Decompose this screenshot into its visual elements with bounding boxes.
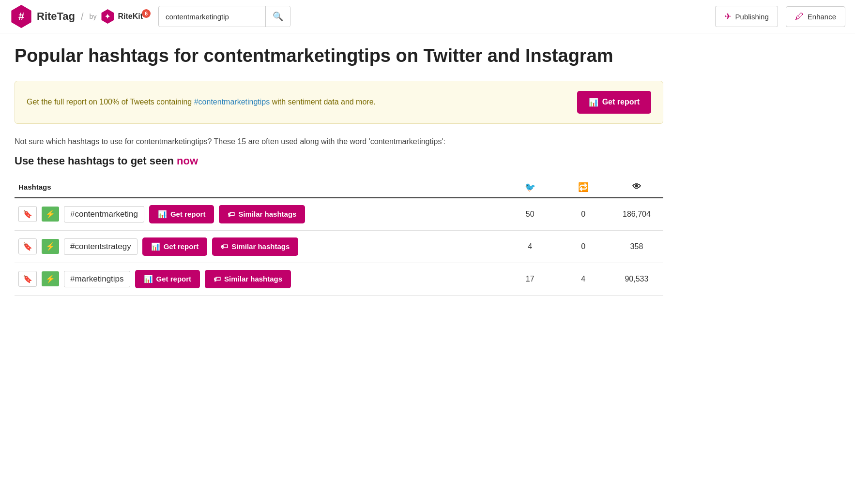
similar-hashtags-button-0[interactable]: 🏷 Similar hashtags	[219, 205, 305, 223]
enhance-label: Enhance	[808, 13, 836, 21]
hashtag-cell-2: 🔖 ⚡ #marketingtips 📊 Get report 🏷 Simila…	[15, 263, 504, 295]
description-text: Not sure which hashtags to use for conte…	[15, 137, 663, 146]
search-input[interactable]	[159, 8, 265, 26]
get-report-button-2[interactable]: 📊 Get report	[135, 270, 200, 288]
notification-badge: 6	[142, 9, 151, 18]
ritekit-area: ✦ RiteKit 6	[100, 9, 151, 24]
ritetag-logo-icon: #	[10, 5, 33, 28]
hashtag-name-2: #marketingtips	[64, 271, 130, 287]
bookmark-button-2[interactable]: 🔖	[18, 271, 37, 287]
get-report-label-2: Get report	[156, 275, 192, 283]
ritekit-name: RiteKit	[118, 12, 143, 21]
get-report-label-0: Get report	[170, 210, 206, 218]
similar-hashtags-label-2: Similar hashtags	[224, 275, 282, 283]
twitter-stat-1: 4	[504, 230, 557, 263]
table-header-row: Hashtags 🐦 🔁 👁	[15, 177, 663, 198]
banner-text-after: with sentiment data and more.	[270, 98, 376, 106]
hashtag-table: Hashtags 🐦 🔁 👁 🔖 ⚡ #contentmarketing	[15, 177, 663, 296]
banner-text: Get the full report on 100% of Tweets co…	[27, 98, 376, 106]
col-header-hashtags: Hashtags	[15, 177, 504, 198]
banner-hashtag-link[interactable]: #contentmarketingtips	[194, 98, 270, 106]
by-label: by	[90, 13, 97, 20]
hashtag-cell-0: 🔖 ⚡ #contentmarketing 📊 Get report 🏷 Sim…	[15, 198, 504, 231]
similar-hashtags-label-1: Similar hashtags	[231, 242, 290, 251]
bookmark-button-0[interactable]: 🔖	[18, 206, 37, 222]
tag-badge-0: ⚡	[42, 207, 59, 222]
header: # RiteTag / by ✦ RiteKit 6 🔍 ✈ Publishin…	[0, 0, 855, 33]
twitter-stat-2: 17	[504, 263, 557, 295]
retweet-stat-2: 4	[557, 263, 610, 295]
col-header-twitter: 🐦	[504, 177, 557, 198]
enhance-button[interactable]: 🖊 Enhance	[786, 6, 845, 27]
enhance-icon: 🖊	[795, 12, 804, 22]
tag-badge-1: ⚡	[42, 239, 59, 254]
get-report-button-0[interactable]: 📊 Get report	[149, 205, 214, 223]
chart-icon: 📊	[589, 98, 598, 107]
banner-text-before: Get the full report on 100% of Tweets co…	[27, 98, 194, 106]
similar-hashtags-button-2[interactable]: 🏷 Similar hashtags	[205, 270, 291, 288]
logo-area: # RiteTag / by ✦ RiteKit 6	[10, 5, 151, 28]
retweet-stat-0: 0	[557, 198, 610, 231]
chart-bar-icon-1: 📊	[151, 242, 160, 251]
table-row: 🔖 ⚡ #contentstrategy 📊 Get report 🏷 Simi…	[15, 230, 663, 263]
logo-name: RiteTag	[37, 10, 75, 23]
tag-icon-0: 🏷	[228, 210, 235, 218]
similar-hashtags-label-0: Similar hashtags	[238, 210, 296, 218]
eye-icon: 👁	[632, 182, 641, 192]
views-stat-2: 90,533	[610, 263, 663, 295]
ritekit-logo-icon: ✦	[100, 9, 115, 24]
page-title: Popular hashtags for contentmarketingtip…	[15, 45, 663, 67]
get-report-label-1: Get report	[164, 242, 199, 251]
retweet-stat-1: 0	[557, 230, 610, 263]
bookmark-button-1[interactable]: 🔖	[18, 238, 37, 254]
hashtag-name-1: #contentstrategy	[64, 238, 137, 255]
hashtag-cell-1: 🔖 ⚡ #contentstrategy 📊 Get report 🏷 Simi…	[15, 230, 504, 263]
chart-bar-icon-0: 📊	[158, 210, 167, 219]
search-area: 🔍	[158, 6, 290, 27]
table-row: 🔖 ⚡ #contentmarketing 📊 Get report 🏷 Sim…	[15, 198, 663, 231]
search-button[interactable]: 🔍	[265, 6, 290, 27]
similar-hashtags-button-1[interactable]: 🏷 Similar hashtags	[212, 237, 298, 256]
subheading-now: now	[177, 155, 198, 167]
tag-icon-1: 🏷	[221, 242, 228, 251]
tag-icon-2: 🏷	[214, 275, 221, 283]
hashtag-name-0: #contentmarketing	[64, 206, 144, 222]
subheading: Use these hashtags to get seen now	[15, 155, 663, 167]
banner-get-report-label: Get report	[602, 98, 640, 106]
tag-badge-2: ⚡	[42, 271, 59, 286]
views-stat-1: 358	[610, 230, 663, 263]
chart-bar-icon-2: 📊	[144, 275, 153, 283]
publishing-label: Publishing	[735, 13, 769, 21]
main-content: Popular hashtags for contentmarketingtip…	[0, 33, 678, 307]
get-report-button-1[interactable]: 📊 Get report	[142, 237, 208, 256]
col-header-retweet: 🔁	[557, 177, 610, 198]
info-banner: Get the full report on 100% of Tweets co…	[15, 81, 663, 124]
publishing-icon: ✈	[724, 11, 732, 22]
retweet-icon: 🔁	[578, 182, 589, 192]
publishing-button[interactable]: ✈ Publishing	[715, 6, 778, 27]
logo-divider: /	[81, 11, 84, 22]
subheading-part1: Use these hashtags to get seen	[15, 155, 177, 167]
twitter-icon: 🐦	[525, 182, 535, 192]
banner-get-report-button[interactable]: 📊 Get report	[577, 91, 651, 114]
views-stat-0: 186,704	[610, 198, 663, 231]
table-row: 🔖 ⚡ #marketingtips 📊 Get report 🏷 Simila…	[15, 263, 663, 295]
twitter-stat-0: 50	[504, 198, 557, 231]
col-header-eye: 👁	[610, 177, 663, 198]
